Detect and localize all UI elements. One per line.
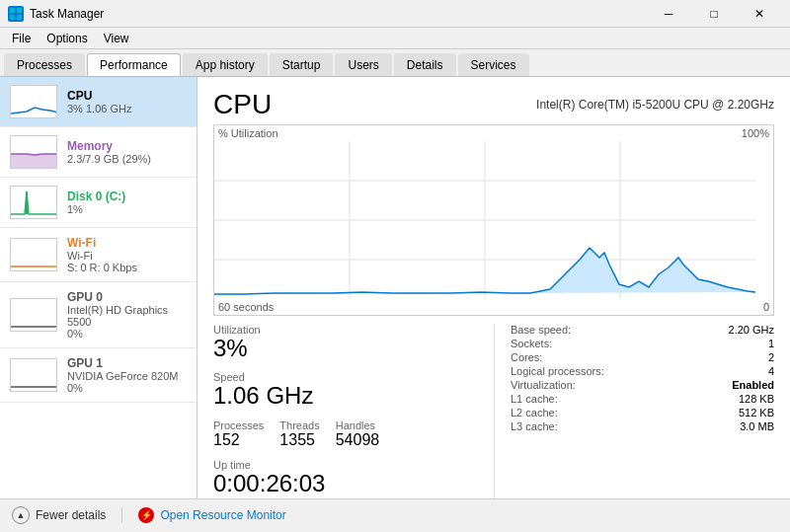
uptime-value: 0:00:26:03: [213, 471, 478, 496]
sidebar-item-wifi[interactable]: Wi-Fi Wi-Fi S: 0 R: 0 Kbps: [0, 228, 197, 282]
title-bar-left: Task Manager: [8, 6, 104, 22]
spec-basespeed: Base speed: 2.20 GHz: [511, 324, 774, 336]
tab-services[interactable]: Services: [458, 53, 529, 76]
spec-l2-value: 512 KB: [739, 407, 774, 418]
chart-top-labels: % Utilization 100%: [214, 125, 773, 141]
sidebar-item-memory[interactable]: Memory 2.3/7.9 GB (29%): [0, 127, 197, 178]
tab-app-history[interactable]: App history: [183, 53, 268, 76]
disk-name: Disk 0 (C:): [67, 190, 187, 203]
threads-label: Threads: [279, 419, 319, 431]
svg-rect-0: [10, 8, 15, 13]
window-controls: ─ □ ✕: [646, 0, 782, 28]
spec-cores: Cores: 2: [511, 351, 774, 363]
cpu-header: CPU Intel(R) Core(TM) i5-5200U CPU @ 2.2…: [213, 89, 774, 120]
spec-logical-value: 4: [768, 365, 774, 377]
cpu-title: CPU: [213, 89, 272, 120]
close-button[interactable]: ✕: [737, 0, 782, 28]
cpu-name: CPU: [67, 89, 187, 103]
spec-sockets-value: 1: [768, 338, 774, 349]
memory-name: Memory: [67, 139, 187, 153]
cpu-model: Intel(R) Core(TM) i5-5200U CPU @ 2.20GHz: [536, 98, 774, 112]
stats-right: Base speed: 2.20 GHz Sockets: 1 Cores: 2…: [494, 324, 774, 498]
chart-bottom-labels: 60 seconds 0: [214, 299, 773, 315]
sidebar-item-gpu0[interactable]: GPU 0 Intel(R) HD Graphics 5500 0%: [0, 282, 197, 348]
memory-mini-chart: [10, 135, 57, 169]
disk-mini-chart: [10, 186, 57, 219]
processes-value: 152: [213, 431, 264, 449]
utilization-label: Utilization: [213, 324, 478, 336]
tab-processes[interactable]: Processes: [4, 53, 85, 76]
spec-l3-value: 3.0 MB: [740, 420, 774, 432]
minimize-button[interactable]: ─: [646, 0, 691, 28]
app-icon: [8, 6, 24, 22]
menu-bar: File Options View: [0, 28, 790, 49]
stats-grid: Utilization 3% Speed 1.06 GHz Processes …: [213, 324, 774, 498]
maximize-button[interactable]: □: [691, 0, 737, 28]
spec-sockets-label: Sockets:: [511, 338, 552, 349]
spec-logical-label: Logical processors:: [511, 365, 604, 377]
spec-l1: L1 cache: 128 KB: [511, 393, 774, 405]
gpu1-mini-chart: [10, 358, 57, 392]
sidebar-item-gpu1[interactable]: GPU 1 NVIDIA GeForce 820M 0%: [0, 348, 197, 403]
wifi-mini-chart: [10, 238, 57, 271]
spec-virt-label: Virtualization:: [511, 379, 576, 391]
open-resource-monitor-link[interactable]: ⚡ Open Resource Monitor: [138, 507, 285, 523]
handles-value: 54098: [336, 431, 380, 449]
threads-block: Threads 1355: [279, 419, 319, 449]
cpu-chart-svg: [214, 141, 755, 299]
fewer-details-label: Fewer details: [36, 508, 106, 522]
wifi-detail1: Wi-Fi: [67, 250, 187, 262]
monitor-icon: ⚡: [138, 507, 154, 523]
svg-rect-1: [17, 8, 22, 13]
sidebar-item-disk[interactable]: Disk 0 (C:) 1%: [0, 178, 197, 228]
tab-startup[interactable]: Startup: [270, 53, 334, 76]
stats-left: Utilization 3% Speed 1.06 GHz Processes …: [213, 324, 494, 498]
tab-performance[interactable]: Performance: [87, 53, 181, 76]
processes-label: Processes: [213, 419, 264, 431]
spec-logical: Logical processors: 4: [511, 365, 774, 377]
menu-file[interactable]: File: [4, 30, 39, 47]
chart-100-label: 100%: [742, 127, 769, 139]
chart-utilization-label: % Utilization: [218, 127, 278, 139]
spec-virt-value: Enabled: [732, 379, 774, 391]
tab-details[interactable]: Details: [394, 53, 456, 76]
utilization-value: 3%: [213, 336, 478, 361]
tab-users[interactable]: Users: [335, 53, 391, 76]
spec-l2: L2 cache: 512 KB: [511, 407, 774, 418]
svg-rect-2: [10, 15, 15, 20]
open-monitor-label: Open Resource Monitor: [160, 508, 285, 522]
menu-options[interactable]: Options: [39, 30, 95, 47]
uptime-label: Up time: [213, 459, 478, 471]
menu-view[interactable]: View: [96, 30, 137, 47]
spec-l1-label: L1 cache:: [511, 393, 558, 405]
wifi-detail2: S: 0 R: 0 Kbps: [67, 262, 187, 273]
sidebar: CPU 3% 1.06 GHz Memory 2.3/7.9 GB (29%): [0, 77, 198, 498]
disk-detail: 1%: [67, 203, 187, 215]
speed-value: 1.06 GHz: [213, 383, 478, 409]
cpu-mini-chart: [10, 85, 57, 118]
gpu0-detail2: 0%: [67, 328, 187, 340]
cpu-detail: 3% 1.06 GHz: [67, 103, 187, 114]
handles-block: Handles 54098: [336, 419, 380, 449]
wifi-name: Wi-Fi: [67, 236, 187, 250]
threads-value: 1355: [279, 431, 319, 449]
gpu1-detail2: 0%: [67, 382, 187, 394]
chart-seconds-label: 60 seconds: [218, 301, 274, 313]
utilization-block: Utilization 3%: [213, 324, 478, 361]
fewer-details-button[interactable]: ▲ Fewer details: [12, 506, 106, 524]
gpu0-info: GPU 0 Intel(R) HD Graphics 5500 0%: [67, 290, 187, 340]
svg-rect-4: [11, 154, 57, 169]
spec-cores-value: 2: [768, 351, 774, 363]
speed-block: Speed 1.06 GHz: [213, 371, 478, 409]
gpu0-mini-chart: [10, 298, 57, 332]
spec-l1-value: 128 KB: [739, 393, 774, 405]
spec-l3: L3 cache: 3.0 MB: [511, 420, 774, 432]
spec-virt: Virtualization: Enabled: [511, 379, 774, 391]
app-title: Task Manager: [30, 7, 104, 21]
sidebar-item-cpu[interactable]: CPU 3% 1.06 GHz: [0, 77, 197, 127]
uptime-block: Up time 0:00:26:03: [213, 459, 478, 496]
disk-info: Disk 0 (C:) 1%: [67, 190, 187, 215]
gpu1-info: GPU 1 NVIDIA GeForce 820M 0%: [67, 356, 187, 394]
main-content: CPU 3% 1.06 GHz Memory 2.3/7.9 GB (29%): [0, 77, 790, 498]
gpu0-detail1: Intel(R) HD Graphics 5500: [67, 304, 187, 328]
